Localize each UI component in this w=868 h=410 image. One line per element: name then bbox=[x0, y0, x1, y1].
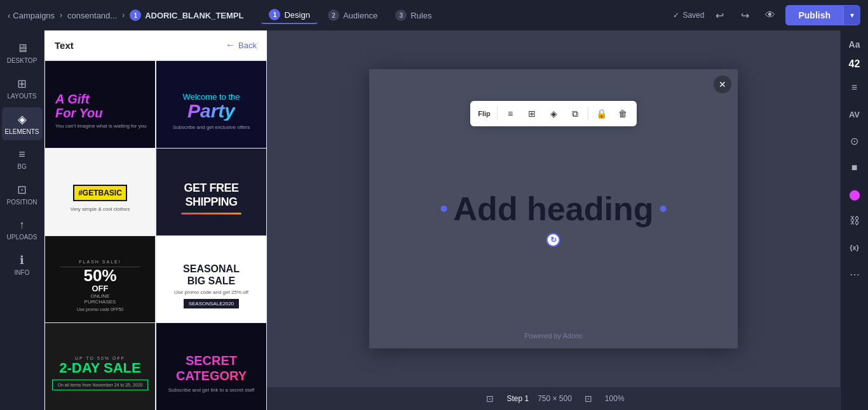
sidebar-layouts-label: LAYOUTS bbox=[8, 93, 37, 100]
publish-btn-group: Publish ▾ bbox=[785, 5, 860, 25]
undo-button[interactable]: ↩ bbox=[709, 5, 729, 25]
preview-button[interactable]: 👁 bbox=[760, 5, 780, 25]
position-icon: ⊡ bbox=[17, 183, 27, 197]
step-rules[interactable]: 3 Rules bbox=[388, 7, 439, 23]
canvas-expand-icon[interactable]: ⊡ bbox=[581, 391, 596, 406]
template-card-secret[interactable]: SECRETCATEGORY Subscribe and get link to… bbox=[156, 322, 267, 410]
template-card-seasonal[interactable]: SEASONALBIG SALE Use promo code and get … bbox=[156, 235, 267, 336]
panel-back-label: Back bbox=[238, 41, 257, 50]
powered-label: Powered by Adoric bbox=[524, 329, 583, 341]
canvas-size-icon[interactable]: ⊡ bbox=[482, 391, 498, 406]
saved-label: Saved bbox=[682, 11, 704, 20]
sidebar-item-uploads[interactable]: ↑ UPLOADS bbox=[2, 213, 43, 246]
right-align-btn[interactable]: ≡ bbox=[843, 76, 866, 99]
panel-back-button[interactable]: ← Back bbox=[226, 39, 257, 51]
align-icon: ≡ bbox=[508, 109, 513, 119]
sidebar-uploads-label: UPLOADS bbox=[7, 234, 37, 241]
canvas-area: ✕ Flip ≡ ⊞ ◈ ⧉ bbox=[267, 30, 840, 410]
check-icon: ✓ bbox=[673, 11, 679, 20]
lock-icon: 🔒 bbox=[596, 109, 607, 119]
sidebar-item-desktop[interactable]: 🖥 DESKTOP bbox=[2, 37, 43, 69]
zoom-label: 100% bbox=[605, 394, 625, 403]
template-card-gift[interactable]: A GiftFor You You can't imagine what is … bbox=[44, 60, 156, 161]
canvas-close-button[interactable]: ✕ bbox=[714, 76, 731, 93]
panel-header: Text ← Back bbox=[44, 30, 267, 60]
canvas-size-label: 750 × 500 bbox=[538, 394, 572, 403]
canvas-wrapper: ✕ Flip ≡ ⊞ ◈ ⧉ bbox=[267, 30, 840, 387]
text-panel: Text ← Back A GiftFor You You can't imag… bbox=[44, 30, 267, 410]
layouts-icon: ⊞ bbox=[17, 77, 27, 91]
sidebar-bg-label: BG bbox=[17, 163, 26, 170]
right-position-icon: ⊙ bbox=[850, 135, 858, 147]
sidebar-elements-label: ELEMENTS bbox=[5, 128, 39, 135]
sidebar-desktop-label: DESKTOP bbox=[7, 57, 37, 64]
right-color-icon: ⬤ bbox=[849, 188, 860, 201]
step-rules-label: Rules bbox=[410, 11, 431, 20]
campaigns-link[interactable]: ‹ Campaigns bbox=[8, 11, 55, 20]
step-tabs: 1 Design 2 Audience 3 Rules bbox=[261, 6, 439, 24]
step-audience-num: 2 bbox=[328, 10, 339, 21]
template-card-freeship[interactable]: GET FREE SHIPPING bbox=[156, 148, 267, 249]
canvas-frame: ✕ Flip ≡ ⊞ ◈ ⧉ bbox=[369, 69, 738, 348]
delete-icon: 🗑 bbox=[618, 109, 627, 119]
right-size-btn[interactable]: 42 bbox=[846, 56, 863, 72]
template-card-getbasic[interactable]: #GETBASIC Very simple & cool clothes bbox=[44, 148, 156, 249]
top-navigation: ‹ Campaigns › consentand... › 1 ADORIC_B… bbox=[0, 0, 868, 30]
template-icon: 1 bbox=[130, 10, 141, 21]
sidebar-item-info[interactable]: ℹ INFO bbox=[2, 248, 43, 281]
copy-button[interactable]: ⧉ bbox=[565, 103, 585, 124]
rotate-handle[interactable]: ↻ bbox=[546, 233, 560, 247]
template-card-flashsale[interactable]: FLASH SALE! 50% OFF ONLINEPURCHASES Use … bbox=[44, 235, 156, 336]
publish-dropdown-button[interactable]: ▾ bbox=[843, 6, 860, 25]
bg-icon: ≡ bbox=[18, 148, 25, 161]
right-fill-btn[interactable]: ■ bbox=[843, 156, 866, 179]
lock-button[interactable]: 🔒 bbox=[591, 103, 611, 124]
publish-button[interactable]: Publish bbox=[785, 5, 843, 25]
layout-button[interactable]: ⊞ bbox=[522, 103, 542, 124]
right-link-btn[interactable]: ⛓ bbox=[843, 209, 866, 232]
campaigns-label: Campaigns bbox=[13, 11, 55, 20]
sidebar-item-layouts[interactable]: ⊞ LAYOUTS bbox=[2, 72, 43, 105]
sidebar-item-position[interactable]: ⊡ POSITION bbox=[2, 178, 43, 211]
right-var-btn[interactable]: {x} bbox=[843, 236, 866, 259]
step-audience-label: Audience bbox=[343, 11, 377, 20]
breadcrumb-separator2: › bbox=[122, 11, 125, 20]
toolbar-divider2 bbox=[588, 107, 588, 120]
flip-button[interactable]: Flip bbox=[474, 103, 494, 124]
step-audience[interactable]: 2 Audience bbox=[320, 7, 385, 23]
delete-button[interactable]: 🗑 bbox=[613, 103, 633, 124]
info-icon: ℹ bbox=[20, 253, 24, 267]
canvas-bottom-bar: ⊡ Step 1 750 × 500 ⊡ 100% bbox=[267, 387, 840, 410]
align-button[interactable]: ≡ bbox=[500, 103, 520, 124]
right-typography-btn[interactable]: AV bbox=[843, 103, 866, 126]
sidebar-position-label: POSITION bbox=[7, 199, 37, 206]
template-name: ADORIC_BLANK_TEMPL bbox=[145, 11, 243, 20]
uploads-icon: ↑ bbox=[19, 218, 25, 232]
step-design-num: 1 bbox=[269, 9, 280, 20]
copy-icon: ⧉ bbox=[572, 109, 578, 119]
layers-icon: ◈ bbox=[550, 109, 557, 119]
heading-element[interactable]: Add heading ↻ bbox=[441, 190, 667, 228]
sidebar-item-bg[interactable]: ≡ BG bbox=[2, 143, 43, 175]
step-design-label: Design bbox=[284, 10, 309, 20]
right-more-btn[interactable]: ⋯ bbox=[843, 263, 866, 286]
right-color-btn[interactable]: ⬤ bbox=[843, 183, 866, 206]
layers-button[interactable]: ◈ bbox=[543, 103, 564, 124]
template-card-party[interactable]: Welcome to the Party Subscribe and get e… bbox=[156, 60, 267, 161]
template-card-2day[interactable]: UP TO 50% OFF 2-DAY SALE On all items fr… bbox=[44, 322, 156, 410]
toolbar-divider1 bbox=[497, 107, 498, 120]
main-layout: 🖥 DESKTOP ⊞ LAYOUTS ◈ ELEMENTS ≡ BG ⊡ PO… bbox=[0, 30, 868, 410]
breadcrumb-separator: › bbox=[60, 11, 62, 20]
heading-handle-left bbox=[441, 206, 447, 212]
left-sidebar: 🖥 DESKTOP ⊞ LAYOUTS ◈ ELEMENTS ≡ BG ⊡ PO… bbox=[0, 30, 44, 410]
layout-icon: ⊞ bbox=[528, 109, 536, 119]
right-position-btn[interactable]: ⊙ bbox=[843, 129, 866, 152]
saved-status: ✓ Saved bbox=[673, 11, 704, 20]
right-more-icon: ⋯ bbox=[850, 268, 860, 281]
sidebar-item-elements[interactable]: ◈ ELEMENTS bbox=[2, 107, 43, 140]
step-design[interactable]: 1 Design bbox=[261, 6, 317, 24]
panel-title: Text bbox=[55, 40, 74, 51]
sidebar-info-label: INFO bbox=[15, 269, 30, 276]
right-font-btn[interactable]: Aa bbox=[846, 37, 863, 52]
redo-button[interactable]: ↪ bbox=[735, 5, 755, 25]
